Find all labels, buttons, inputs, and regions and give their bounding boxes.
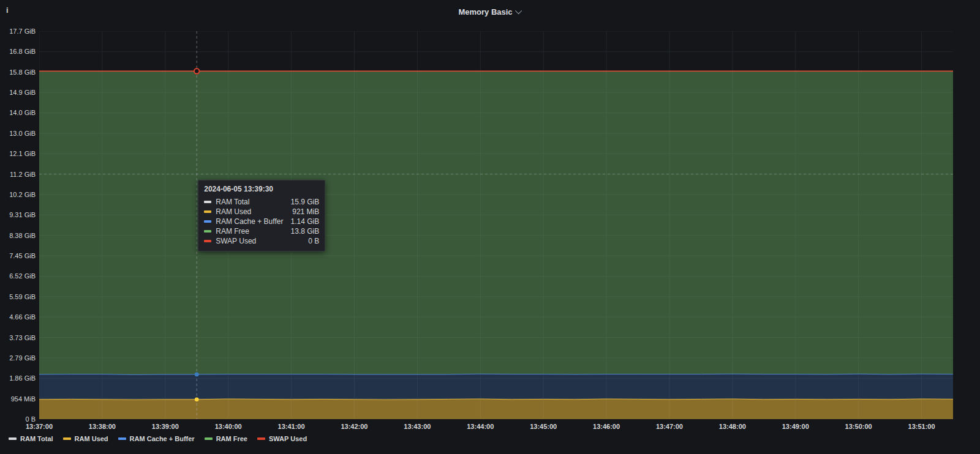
legend-swatch	[118, 437, 126, 440]
chart-plot[interactable]	[39, 31, 953, 419]
chevron-down-icon	[515, 7, 522, 14]
x-tick-label: 13:41:00	[278, 423, 305, 430]
x-tick-label: 13:50:00	[845, 423, 872, 430]
y-tick-label: 0 B	[0, 415, 36, 423]
x-tick-label: 13:46:00	[593, 423, 620, 430]
x-tick-label: 13:39:00	[152, 423, 179, 430]
x-tick-label: 13:42:00	[341, 423, 368, 430]
area-ram-used	[39, 399, 953, 419]
y-tick-label: 954 MiB	[0, 395, 36, 403]
y-tick-label: 5.59 GiB	[0, 293, 36, 300]
y-tick-label: 12.1 GiB	[0, 150, 36, 157]
y-tick-label: 15.8 GiB	[0, 69, 36, 76]
x-tick-label: 13:49:00	[782, 423, 809, 430]
y-tick-label: 7.45 GiB	[0, 252, 36, 259]
y-tick-label: 9.31 GiB	[0, 211, 36, 218]
legend: RAM TotalRAM UsedRAM Cache + BufferRAM F…	[9, 433, 307, 445]
legend-label: RAM Used	[75, 435, 108, 442]
chart-svg[interactable]	[39, 31, 953, 419]
y-tick-label: 11.2 GiB	[0, 171, 36, 178]
x-tick-label: 13:48:00	[719, 423, 746, 430]
legend-item-swap-used[interactable]: SWAP Used	[257, 435, 307, 442]
legend-label: RAM Total	[20, 435, 53, 442]
x-tick-label: 13:37:00	[26, 423, 53, 430]
panel-title-text: Memory Basic	[458, 7, 512, 17]
area-ram-cache-buffer	[39, 374, 953, 400]
area-ram-free	[39, 71, 953, 374]
y-tick-label: 6.52 GiB	[0, 272, 36, 280]
panel-info-icon[interactable]: i	[6, 3, 17, 17]
x-tick-label: 13:44:00	[467, 423, 494, 430]
legend-item-ram-used[interactable]: RAM Used	[63, 435, 108, 442]
legend-swatch	[63, 437, 71, 440]
hover-marker-dot	[195, 373, 199, 377]
legend-item-ram-cache-buffer[interactable]: RAM Cache + Buffer	[118, 435, 195, 442]
y-tick-label: 8.38 GiB	[0, 232, 36, 239]
legend-label: SWAP Used	[269, 435, 307, 442]
info-icon-glyph: i	[6, 6, 9, 15]
y-tick-label: 16.8 GiB	[0, 48, 36, 55]
panel-title[interactable]: Memory Basic	[458, 7, 521, 17]
x-tick-label: 13:40:00	[215, 423, 242, 430]
legend-swatch	[257, 437, 265, 440]
legend-item-ram-free[interactable]: RAM Free	[205, 435, 247, 442]
x-tick-label: 13:43:00	[404, 423, 431, 430]
x-tick-label: 13:38:00	[89, 423, 116, 430]
y-tick-label: 3.73 GiB	[0, 334, 36, 341]
x-tick-label: 13:51:00	[908, 423, 935, 430]
y-tick-label: 14.9 GiB	[0, 89, 36, 96]
y-tick-label: 13.0 GiB	[0, 130, 36, 137]
hover-marker-dot	[195, 397, 199, 401]
legend-label: RAM Cache + Buffer	[130, 435, 195, 442]
y-tick-label: 10.2 GiB	[0, 191, 36, 198]
legend-item-ram-total[interactable]: RAM Total	[9, 435, 53, 442]
legend-swatch	[205, 437, 213, 440]
panel-header: Memory Basic	[0, 0, 980, 23]
x-tick-label: 13:45:00	[530, 423, 557, 430]
legend-swatch	[9, 437, 17, 440]
legend-label: RAM Free	[216, 435, 247, 442]
y-tick-label: 14.0 GiB	[0, 109, 36, 116]
x-tick-label: 13:47:00	[656, 423, 683, 430]
y-tick-label: 17.7 GiB	[0, 28, 36, 35]
hover-marker-ring	[194, 69, 199, 73]
y-tick-label: 2.79 GiB	[0, 354, 36, 362]
y-tick-label: 1.86 GiB	[0, 374, 36, 382]
y-tick-label: 4.66 GiB	[0, 313, 36, 321]
